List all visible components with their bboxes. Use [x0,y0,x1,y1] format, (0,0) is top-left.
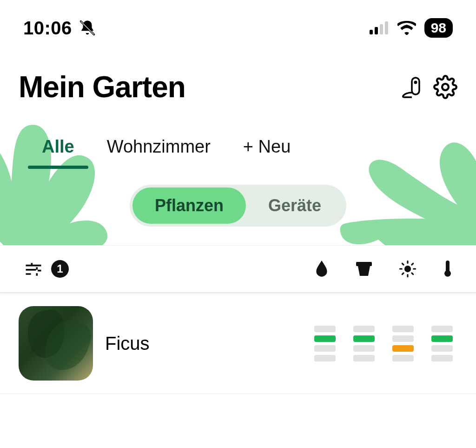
metric-light [392,326,414,361]
plant-row[interactable]: Ficus [0,293,476,394]
battery-level: 98 [424,18,453,38]
plant-thumbnail [19,306,93,381]
svg-point-7 [414,81,417,84]
svg-rect-4 [380,24,383,34]
segmented-control: Pflanzen Geräte [130,185,346,227]
filter-count-badge: 1 [51,260,69,278]
page-title: Mein Garten [19,70,185,104]
segment-plants[interactable]: Pflanzen [132,187,246,224]
metric-pot [353,326,375,361]
svg-line-15 [402,263,403,265]
thermometer-icon[interactable] [443,260,453,278]
sensor-icon[interactable] [399,75,423,99]
filter-button[interactable]: 1 [23,259,69,279]
metric-water [314,326,336,361]
plant-metrics [314,326,453,361]
plant-name: Ficus [105,333,302,354]
segment-devices[interactable]: Geräte [246,187,344,224]
tab-new[interactable]: + Neu [243,137,291,166]
svg-point-10 [404,266,411,272]
svg-point-19 [446,272,450,276]
tune-icon [23,259,44,279]
wifi-icon [397,21,416,35]
signal-icon [370,21,389,34]
sun-icon[interactable] [399,260,416,278]
svg-line-16 [412,273,413,274]
header: Mein Garten [0,47,476,109]
svg-rect-6 [412,78,419,94]
tab-all[interactable]: Alle [42,137,74,166]
status-time: 10:06 [23,18,72,39]
svg-point-8 [442,84,449,90]
bell-muted-icon [79,19,96,37]
svg-line-17 [402,273,403,274]
filter-bar: 1 [0,245,476,293]
metric-temperature [431,326,453,361]
gear-icon[interactable] [433,75,457,99]
svg-line-18 [412,263,413,265]
svg-rect-5 [385,21,388,34]
svg-rect-3 [375,27,378,34]
pot-icon[interactable] [355,261,373,277]
water-icon[interactable] [314,261,329,277]
status-bar: 10:06 98 [0,0,476,47]
rooms-tabs: Alle Wohnzimmer + Neu [0,109,476,171]
tab-wohnzimmer[interactable]: Wohnzimmer [107,137,211,166]
svg-rect-2 [370,30,373,34]
svg-rect-9 [356,262,372,266]
